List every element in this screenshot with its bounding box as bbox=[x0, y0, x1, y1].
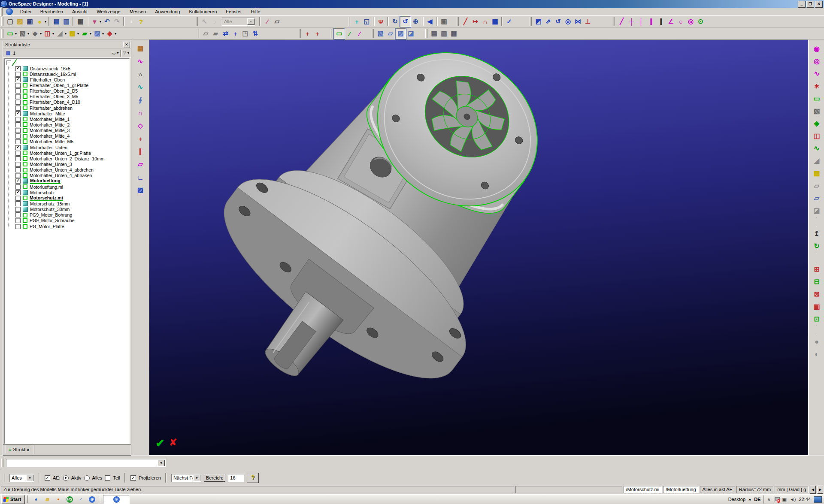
toolbar-grip[interactable] bbox=[457, 17, 459, 26]
construct-circle-icon[interactable]: ○ bbox=[676, 17, 686, 27]
paste-icon[interactable]: ▥ bbox=[61, 17, 71, 27]
item-visibility-checkbox[interactable] bbox=[15, 117, 21, 122]
help-icon[interactable]: ? bbox=[136, 17, 146, 27]
measure-distance-icon[interactable]: ↦ bbox=[470, 17, 480, 27]
copy-view-icon[interactable]: ▱ bbox=[272, 17, 282, 27]
view-hidden-line-icon[interactable]: ▨ bbox=[395, 28, 406, 39]
tree-item[interactable]: PG9_Motor_Schraube bbox=[9, 218, 129, 223]
view-wireframe-icon[interactable]: ▱ bbox=[385, 29, 395, 39]
item-visibility-checkbox[interactable] bbox=[15, 212, 21, 217]
alles-radio[interactable] bbox=[84, 475, 90, 481]
item-visibility-checkbox[interactable] bbox=[15, 133, 21, 139]
tree-item[interactable]: Motorhalter_Unten_2_Distanz_10mm bbox=[9, 156, 129, 161]
camera-icon[interactable]: ▣ bbox=[439, 17, 449, 27]
designer-pencil-icon[interactable]: ∕ bbox=[76, 495, 85, 504]
sketch-region-icon[interactable]: ▭ bbox=[811, 93, 822, 104]
wave-surface-icon[interactable]: ∿ bbox=[811, 142, 822, 154]
toolbar-grip[interactable] bbox=[196, 17, 198, 26]
mill-icon[interactable]: ⊟ bbox=[811, 276, 822, 287]
delete-icon[interactable]: ◆ bbox=[105, 29, 115, 39]
axes-red2-icon[interactable]: + bbox=[312, 29, 322, 39]
select-cursor-icon[interactable]: ↖ bbox=[200, 17, 209, 27]
panel-close-icon[interactable]: ✕ bbox=[123, 42, 130, 48]
item-label[interactable]: Motorhalter_Mitte_1 bbox=[30, 117, 70, 122]
save-icon[interactable]: ▣ bbox=[25, 17, 35, 27]
status-field[interactable]: /Motorlueftung bbox=[663, 486, 698, 493]
item-label[interactable]: Motorhalter_Mitte_M5 bbox=[30, 139, 73, 144]
dropdown-arrow-icon[interactable]: ▾ bbox=[100, 20, 101, 24]
sheet-bend-icon[interactable]: ◪ bbox=[811, 205, 822, 216]
dropdown-arrow-icon[interactable]: ▾ bbox=[115, 32, 116, 36]
minimize-button[interactable]: _ bbox=[798, 1, 806, 8]
part-library-icon[interactable]: ▥ bbox=[439, 29, 449, 39]
verify-part-icon[interactable]: ✓ bbox=[504, 17, 514, 27]
box-tool-icon[interactable]: ▱ bbox=[135, 159, 146, 170]
measure-length-icon[interactable]: ╱ bbox=[460, 17, 470, 27]
view-section-icon[interactable]: ◪ bbox=[406, 29, 416, 39]
tree-item[interactable]: Distanzstueck_16x5.mi bbox=[9, 71, 129, 77]
item-label[interactable]: Motorschutz_30mm bbox=[30, 207, 70, 212]
active-task-button[interactable]: ⊛ bbox=[103, 495, 130, 504]
tree-item[interactable]: Motorlueftung bbox=[9, 178, 129, 184]
item-label[interactable]: Motorhalter_Mitte_2 bbox=[30, 122, 70, 127]
spline-tool-icon[interactable]: ∿ bbox=[811, 68, 822, 79]
tree-item[interactable]: Distanzstueck_16x5 bbox=[9, 66, 129, 71]
item-label[interactable]: Filterhalter_Oben_1_gr.Platte bbox=[30, 83, 88, 88]
filter-dropdown-icon[interactable]: ▾ bbox=[127, 51, 129, 55]
item-label[interactable]: Motorhalter_Unten_1_gr.Platte bbox=[30, 151, 91, 156]
tree-item[interactable]: Motorschutz bbox=[9, 190, 129, 195]
pan-icon[interactable]: + bbox=[352, 17, 362, 27]
3d-viewport[interactable]: ✔ ✘ bbox=[149, 39, 809, 456]
item-label[interactable]: Distanzstueck_16x5.mi bbox=[30, 72, 76, 77]
item-label[interactable]: PG_Motor_Platte bbox=[30, 224, 64, 229]
status-field[interactable]: Alles in akt AE bbox=[700, 486, 735, 493]
item-visibility-checkbox[interactable] bbox=[15, 145, 21, 150]
view-orientation-icon[interactable]: Ψ bbox=[376, 17, 386, 27]
attach-tool-icon[interactable]: ∮ bbox=[135, 94, 146, 106]
hs-icon[interactable]: HS bbox=[65, 495, 74, 504]
tree-item[interactable]: Motorhalter_Mitte_4 bbox=[9, 133, 129, 139]
dropdown-arrow-icon[interactable]: ▾ bbox=[102, 32, 104, 36]
structure-browser-icon[interactable]: ▤ bbox=[135, 43, 146, 54]
aktiv-radio[interactable] bbox=[63, 475, 69, 481]
item-label[interactable]: Filterhalter_abdrehen bbox=[30, 106, 73, 111]
command-input-combo[interactable]: ▾ bbox=[6, 459, 166, 467]
item-visibility-checkbox[interactable] bbox=[15, 173, 21, 178]
item-label[interactable]: Motorhalter_Mitte_3 bbox=[30, 128, 70, 133]
color-pen-icon[interactable]: ∕ bbox=[262, 17, 272, 27]
tree-item[interactable]: Motorhalter_Unten_1_gr.Platte bbox=[9, 150, 129, 156]
profile-tool-icon[interactable]: ◇ bbox=[135, 120, 146, 131]
construct-parallel2-icon[interactable]: ∥ bbox=[656, 17, 666, 27]
tree-item[interactable]: Filterhalter_Oben_4_D10 bbox=[9, 100, 129, 105]
item-label[interactable]: Motorhalter_Unten_3 bbox=[30, 162, 72, 167]
status-field[interactable]: mm | Grad | g bbox=[775, 486, 809, 493]
toolbar-grip[interactable] bbox=[372, 29, 374, 38]
spline-curve-icon[interactable]: ∿ bbox=[135, 56, 146, 67]
item-visibility-checkbox[interactable] bbox=[15, 66, 21, 71]
status-field[interactable]: Radius=72 mm bbox=[736, 486, 773, 493]
tree-item[interactable]: Filterhalter_Oben_2_D5 bbox=[9, 88, 129, 94]
print-icon[interactable]: ▦ bbox=[76, 17, 85, 27]
item-visibility-checkbox[interactable] bbox=[15, 196, 21, 201]
tree-item[interactable]: Motorschutz.mi bbox=[9, 195, 129, 201]
list-view-icon[interactable]: ▥ bbox=[5, 50, 12, 57]
item-visibility-checkbox[interactable] bbox=[15, 100, 21, 105]
workplane-icon[interactable]: ▱ bbox=[811, 180, 822, 191]
speaker-icon[interactable]: ◄) bbox=[790, 497, 796, 502]
wedge-tool-icon[interactable]: ◢ bbox=[811, 155, 822, 166]
wp-create-icon[interactable]: ▱ bbox=[201, 29, 211, 39]
show-desktop-icon[interactable] bbox=[814, 496, 822, 503]
tree-item[interactable]: Filterhalter_Oben_1_gr.Platte bbox=[9, 82, 129, 88]
dropdown-arrow-icon[interactable]: ▾ bbox=[65, 32, 67, 36]
item-label[interactable]: Distanzstueck_16x5 bbox=[30, 66, 70, 71]
step-cube-icon[interactable]: ▧ bbox=[811, 105, 822, 116]
item-visibility-checkbox[interactable] bbox=[15, 72, 21, 77]
position-icon[interactable]: ⊥ bbox=[583, 17, 593, 27]
dropdown-arrow-icon[interactable]: ▾ bbox=[52, 32, 54, 36]
item-label[interactable]: Motorhalter_Unten_4_abfräsen bbox=[30, 173, 92, 178]
dropdown-arrow-icon[interactable]: ▾ bbox=[40, 32, 42, 36]
wp-box-icon[interactable]: ◳ bbox=[240, 29, 250, 39]
construct-parallel-icon[interactable]: ∥ bbox=[646, 17, 656, 27]
tree-item[interactable]: Filterhalter_abdrehen bbox=[9, 105, 129, 111]
close-button[interactable]: ✕ bbox=[815, 1, 823, 8]
